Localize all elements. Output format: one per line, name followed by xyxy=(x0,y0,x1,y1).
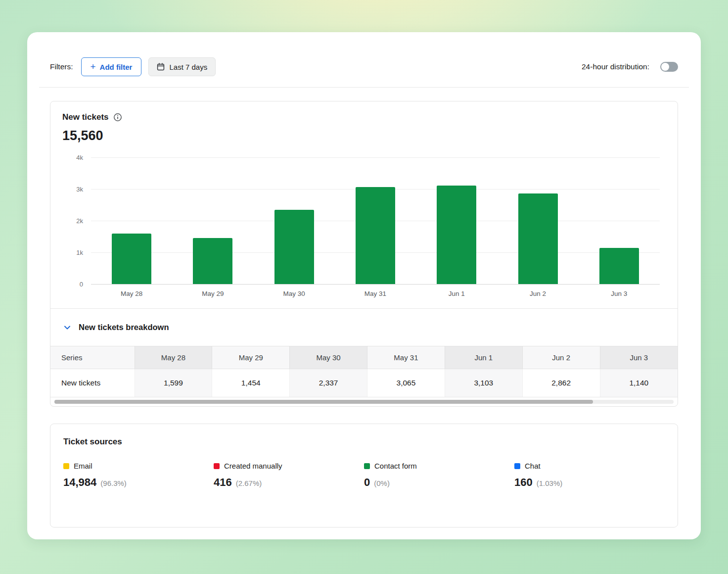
plus-icon: + xyxy=(91,62,96,71)
column-header: May 29 xyxy=(212,346,290,369)
source-percent: (1.03%) xyxy=(537,479,563,487)
dashboard-card: Filters: + Add filter Last 7 days 24-hou… xyxy=(27,32,701,539)
bar-slot xyxy=(172,238,253,284)
table-cell: 2,337 xyxy=(290,369,367,397)
source-value: 0 xyxy=(364,476,370,489)
gridline xyxy=(91,284,660,285)
x-tick-label: Jun 1 xyxy=(416,290,497,297)
source-value-row: 0(0%) xyxy=(364,476,514,489)
source-value: 14,984 xyxy=(63,476,96,489)
y-tick-label: 0 xyxy=(80,281,83,288)
row-label: New tickets xyxy=(50,369,135,397)
info-icon[interactable] xyxy=(113,113,122,122)
table-cell: 3,103 xyxy=(445,369,522,397)
new-tickets-chart: 4k3k2k1k0 May 28May 29May 30May 31Jun 1J… xyxy=(62,157,660,297)
source-swatch-icon xyxy=(214,463,220,469)
column-header: May 30 xyxy=(290,346,367,369)
chart-y-axis: 4k3k2k1k0 xyxy=(62,157,91,284)
column-header: Jun 3 xyxy=(600,346,678,369)
bar-may-31[interactable] xyxy=(356,187,395,284)
chevron-down-icon xyxy=(63,324,71,332)
table-cell: 1,599 xyxy=(135,369,212,397)
source-item: Contact form0(0%) xyxy=(364,462,514,489)
x-tick-label: Jun 3 xyxy=(579,290,660,297)
calendar-icon xyxy=(157,63,165,71)
bar-slot xyxy=(335,187,416,284)
filter-bar: Filters: + Add filter Last 7 days 24-hou… xyxy=(50,57,678,77)
x-tick-label: May 29 xyxy=(172,290,253,297)
source-swatch-icon xyxy=(63,463,69,469)
date-range-label: Last 7 days xyxy=(169,63,207,71)
table-cell: 1,454 xyxy=(212,369,290,397)
bar-may-29[interactable] xyxy=(193,238,232,284)
source-swatch-icon xyxy=(364,463,370,469)
column-header: May 28 xyxy=(135,346,212,369)
sources-list: Email14,984(96.3%)Created manually416(2.… xyxy=(63,462,665,489)
filter-divider xyxy=(39,87,689,88)
distribution-label: 24-hour distribution: xyxy=(582,62,649,71)
panel-title-row: New tickets xyxy=(62,112,666,122)
panel-title: New tickets xyxy=(62,112,109,122)
source-head: Email xyxy=(63,462,214,470)
bar-slot xyxy=(416,186,497,284)
column-header: May 31 xyxy=(367,346,445,369)
chart-x-axis: May 28May 29May 30May 31Jun 1Jun 2Jun 3 xyxy=(91,290,660,297)
column-header: Series xyxy=(50,346,135,369)
source-value-row: 160(1.03%) xyxy=(514,476,665,489)
source-percent: (96.3%) xyxy=(100,479,127,487)
y-tick-label: 1k xyxy=(76,249,83,256)
chart-section: New tickets 15,560 4k3k2k1k0 May 28May 2… xyxy=(50,101,678,308)
source-value-row: 416(2.67%) xyxy=(214,476,364,489)
y-tick-label: 2k xyxy=(76,217,83,225)
bar-jun-2[interactable] xyxy=(518,193,558,284)
add-filter-button[interactable]: + Add filter xyxy=(81,57,142,76)
breakdown-title: New tickets breakdown xyxy=(79,323,169,332)
x-tick-label: May 31 xyxy=(335,290,416,297)
y-tick-label: 4k xyxy=(76,154,83,161)
x-tick-label: May 30 xyxy=(254,290,335,297)
bar-jun-3[interactable] xyxy=(599,248,639,284)
source-percent: (2.67%) xyxy=(236,479,262,487)
y-tick-label: 3k xyxy=(76,186,83,193)
table-header-row: SeriesMay 28May 29May 30May 31Jun 1Jun 2… xyxy=(50,346,678,369)
chart-bars xyxy=(91,157,660,284)
column-header: Jun 1 xyxy=(445,346,522,369)
bar-slot xyxy=(579,248,660,284)
source-label: Created manually xyxy=(224,462,282,470)
source-item: Chat160(1.03%) xyxy=(514,462,665,489)
source-item: Email14,984(96.3%) xyxy=(63,462,214,489)
source-label: Contact form xyxy=(374,462,417,470)
breakdown-toggle[interactable]: New tickets breakdown xyxy=(50,309,678,346)
breakdown-table: SeriesMay 28May 29May 30May 31Jun 1Jun 2… xyxy=(50,346,678,397)
table-cell: 2,862 xyxy=(522,369,600,397)
chart-plot: May 28May 29May 30May 31Jun 1Jun 2Jun 3 xyxy=(91,157,660,297)
table-scrollbar[interactable] xyxy=(54,400,674,404)
bar-may-30[interactable] xyxy=(274,210,314,284)
sources-title: Ticket sources xyxy=(63,437,665,447)
source-value: 160 xyxy=(514,476,533,489)
source-percent: (0%) xyxy=(374,479,390,487)
bar-slot xyxy=(254,210,335,284)
column-header: Jun 2 xyxy=(522,346,600,369)
source-head: Created manually xyxy=(214,462,364,470)
ticket-sources-panel: Ticket sources Email14,984(96.3%)Created… xyxy=(50,424,678,527)
source-head: Chat xyxy=(514,462,665,470)
add-filter-label: Add filter xyxy=(100,63,133,71)
table-scrollbar-thumb[interactable] xyxy=(54,400,593,404)
source-value-row: 14,984(96.3%) xyxy=(63,476,214,489)
source-label: Chat xyxy=(525,462,541,470)
distribution-toggle[interactable] xyxy=(660,62,678,72)
bar-jun-1[interactable] xyxy=(437,186,476,284)
total-count: 15,560 xyxy=(62,128,666,144)
x-tick-label: Jun 2 xyxy=(497,290,578,297)
date-range-button[interactable]: Last 7 days xyxy=(148,57,216,76)
bar-slot xyxy=(91,234,172,284)
bar-slot xyxy=(497,193,578,284)
filters-label: Filters: xyxy=(50,62,73,71)
bar-may-28[interactable] xyxy=(112,234,151,284)
source-swatch-icon xyxy=(514,463,520,469)
table-cell: 3,065 xyxy=(367,369,445,397)
table-cell: 1,140 xyxy=(600,369,678,397)
source-item: Created manually416(2.67%) xyxy=(214,462,364,489)
table-body-row: New tickets1,5991,4542,3373,0653,1032,86… xyxy=(50,369,678,397)
